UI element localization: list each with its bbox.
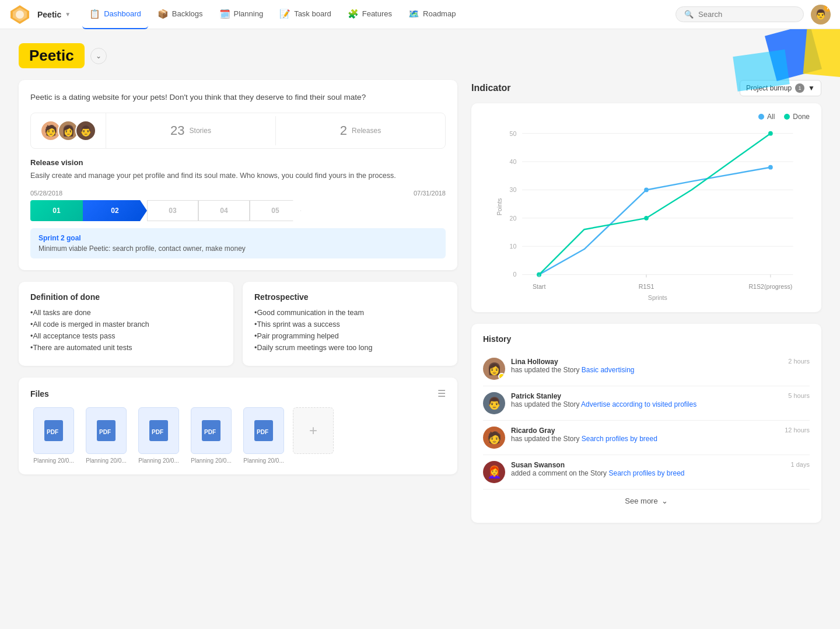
avatar-3: 👨 (75, 120, 96, 141)
history-card: History 👩 Lina Holloway has updated the … (471, 324, 821, 523)
nav-item-planning[interactable]: 🗓️ Planning (212, 0, 271, 29)
sprint-02[interactable]: 02 (83, 200, 147, 221)
file-item-4[interactable]: PDF Planning 20/0... (188, 407, 235, 464)
sprint-dates: 05/28/2018 07/31/2018 (30, 190, 446, 197)
team-avatars: 🧑 👩 👨 (31, 113, 106, 148)
history-story-link-3[interactable]: Search profiles by breed (582, 435, 657, 443)
indicator-count: 1 (795, 83, 804, 93)
chevron-down-icon: ⌄ (662, 497, 668, 505)
svg-text:10: 10 (510, 243, 517, 250)
chevron-down-icon: ▼ (65, 11, 71, 18)
nav-item-dashboard[interactable]: 📋 Dashboard (82, 0, 148, 29)
backlogs-icon: 📦 (158, 9, 169, 19)
app-logo (9, 4, 30, 25)
right-panel: Indicator Project burnup 1 ▼ All (471, 80, 821, 523)
project-description: Peetic is a dating website for your pets… (30, 92, 446, 103)
def-item-3: •All acceptance tests pass (30, 332, 222, 340)
sprint-start-date: 05/28/2018 (30, 190, 62, 197)
history-item-3: 🧑 Ricardo Gray has updated the Story Sea… (483, 421, 810, 455)
history-avatar-3: 🧑 (483, 427, 505, 449)
files-menu-icon[interactable]: ☰ (438, 388, 446, 399)
svg-text:PDF: PDF (47, 429, 58, 435)
planning-icon: 🗓️ (219, 9, 230, 19)
file-icon-2: PDF (86, 407, 127, 454)
indicator-select[interactable]: Project burnup 1 ▼ (740, 80, 821, 96)
search-bar[interactable]: 🔍 (676, 6, 804, 22)
release-vision-text: Easily create and manage your pet profil… (30, 170, 446, 181)
history-story-link-1[interactable]: Basic advertising (582, 366, 635, 374)
stories-stat[interactable]: 23 Stories (106, 116, 276, 145)
history-item-1: 👩 Lina Holloway has updated the Story Ba… (483, 352, 810, 386)
files-card: Files ☰ PDF Planning 20/0... PDF Pl (19, 378, 457, 474)
history-story-link-2[interactable]: Advertise according to visited profiles (581, 400, 696, 408)
svg-text:PDF: PDF (257, 429, 268, 435)
see-more-button[interactable]: See more ⌄ (483, 490, 810, 512)
main-grid: Peetic is a dating website for your pets… (19, 80, 821, 523)
nav-items: 📋 Dashboard 📦 Backlogs 🗓️ Planning 📝 Tas… (82, 0, 676, 29)
svg-text:50: 50 (510, 130, 517, 137)
left-panel: Peetic is a dating website for your pets… (19, 80, 457, 523)
retrospective-title: Retrospective (254, 292, 446, 302)
svg-text:20: 20 (510, 215, 517, 222)
nav-item-backlogs[interactable]: 📦 Backlogs (150, 0, 210, 29)
nav-item-roadmap[interactable]: 🗺️ Roadmap (401, 0, 463, 29)
sprint-bar: 01 02 03 04 05 (30, 200, 446, 221)
indicator-title: Indicator (471, 83, 511, 93)
svg-text:R1S1: R1S1 (639, 283, 654, 290)
svg-text:Sprints: Sprints (648, 294, 667, 301)
history-story-link-4[interactable]: Search profiles by breed (608, 469, 684, 477)
file-icon-5: PDF (243, 407, 284, 454)
bottom-grid: Definition of done •All tasks are done •… (19, 282, 457, 366)
svg-text:PDF: PDF (99, 429, 111, 435)
nav-right: 🔍 👨 7 (676, 5, 831, 25)
dashboard-icon: 📋 (89, 9, 100, 19)
history-item-4: 👩‍🦰 Susan Swanson added a comment on the… (483, 455, 810, 490)
sprint-03[interactable]: 03 (147, 200, 198, 221)
file-item-2[interactable]: PDF Planning 20/0... (83, 407, 130, 464)
svg-point-34 (644, 188, 649, 193)
chart-legend: All Done (483, 113, 810, 121)
legend-dot-done (784, 114, 790, 120)
user-avatar[interactable]: 👨 7 (811, 5, 831, 25)
indicator-section: Indicator Project burnup 1 ▼ All (471, 80, 821, 312)
svg-point-35 (768, 165, 773, 170)
project-info-card: Peetic is a dating website for your pets… (19, 80, 457, 270)
file-item-5[interactable]: PDF Planning 20/0... (240, 407, 287, 464)
sprint-goal-box: Sprint 2 goal Minimum viable Peetic: sea… (30, 228, 446, 258)
search-input[interactable] (698, 10, 795, 19)
svg-text:Start: Start (533, 283, 545, 290)
svg-point-2 (16, 11, 24, 19)
history-time-3: 12 hours (785, 427, 810, 434)
chart-container: All Done (471, 103, 821, 312)
release-vision-title: Release vision (30, 158, 446, 167)
file-item-1[interactable]: PDF Planning 20/0... (30, 407, 77, 464)
project-name: Peetic (37, 10, 61, 19)
add-file-button[interactable]: + (293, 407, 334, 454)
svg-text:40: 40 (510, 158, 517, 165)
history-name-1: Lina Holloway (511, 358, 782, 366)
history-text-3: has updated the Story Search profiles by… (511, 435, 779, 443)
releases-stat[interactable]: 2 Releases (276, 116, 445, 145)
svg-text:30: 30 (510, 186, 517, 193)
svg-text:Points: Points (496, 198, 503, 216)
sprint-01[interactable]: 01 (30, 200, 83, 221)
files-grid: PDF Planning 20/0... PDF Planning 20/0..… (30, 407, 446, 464)
history-item-2: 👨 Patrick Stanley has updated the Story … (483, 386, 810, 421)
history-text-1: has updated the Story Basic advertising (511, 366, 782, 374)
nav-item-taskboard[interactable]: 📝 Task board (272, 0, 338, 29)
svg-point-37 (644, 216, 649, 221)
file-name-5: Planning 20/0... (243, 457, 284, 464)
project-title-chevron[interactable]: ⌄ (90, 48, 107, 64)
history-name-4: Susan Swanson (511, 461, 785, 469)
chevron-down-icon: ▼ (808, 84, 815, 92)
sprint-04[interactable]: 04 (198, 200, 250, 221)
nav-item-features[interactable]: 🧩 Features (341, 0, 399, 29)
history-text-4: added a comment on the Story Search prof… (511, 469, 785, 477)
retro-item-2: •This sprint was a success (254, 320, 446, 329)
sprint-05[interactable]: 05 (250, 200, 301, 221)
file-item-3[interactable]: PDF Planning 20/0... (135, 407, 182, 464)
project-selector[interactable]: Peetic ▼ (37, 10, 71, 19)
page-content: Peetic ⌄ Peetic is a dating website for … (0, 29, 840, 537)
history-time-2: 5 hours (788, 392, 810, 399)
retro-item-4: •Daily scrum meetings were too long (254, 344, 446, 352)
